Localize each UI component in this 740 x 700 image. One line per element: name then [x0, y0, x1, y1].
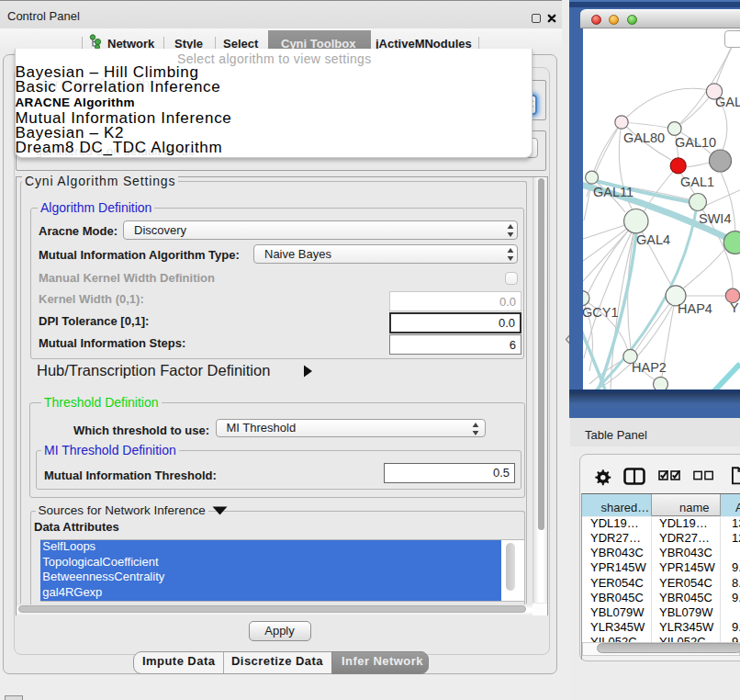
svg-text:SWI4: SWI4: [699, 211, 731, 226]
svg-text:Y: Y: [730, 300, 739, 315]
svg-text:GAL10: GAL10: [675, 135, 716, 150]
svg-text:GAL80: GAL80: [623, 130, 665, 145]
svg-text:HAP2: HAP2: [632, 360, 667, 375]
svg-text:HAP4: HAP4: [678, 301, 712, 316]
svg-text:GAL4: GAL4: [636, 232, 670, 247]
svg-text:GAL1: GAL1: [680, 175, 714, 189]
svg-text:GAL11: GAL11: [593, 185, 633, 199]
svg-text:GCY1: GCY1: [583, 305, 619, 320]
svg-text:GAL: GAL: [715, 95, 740, 109]
